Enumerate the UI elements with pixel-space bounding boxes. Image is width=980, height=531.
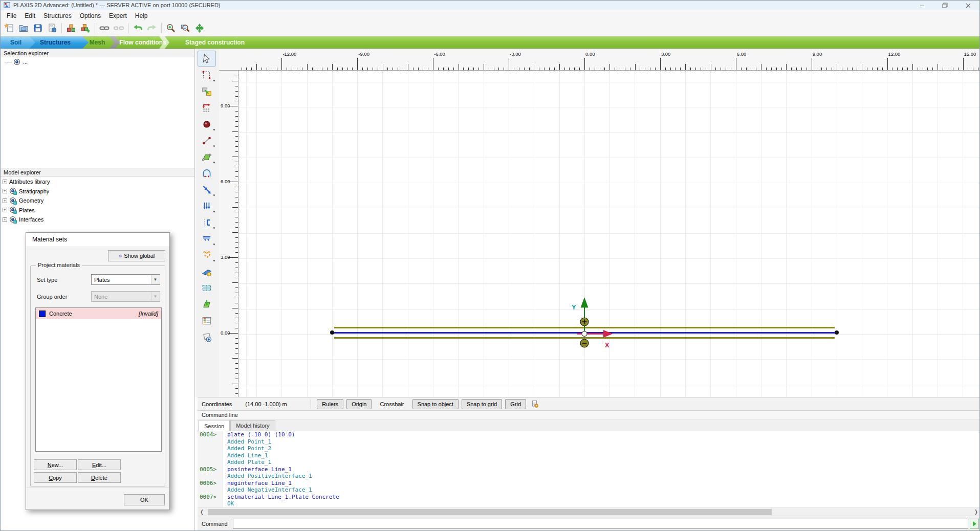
expander-plus-icon[interactable]: +: [3, 198, 7, 203]
edit-button[interactable]: Edit...: [78, 459, 121, 470]
menu-expert[interactable]: Expert: [105, 11, 131, 20]
scrollbar-thumb[interactable]: [208, 509, 772, 515]
point-load-icon[interactable]: ▾: [198, 182, 216, 197]
tree-leader: [5, 62, 12, 62]
dropdown-caret-icon[interactable]: ▾: [213, 128, 215, 131]
dropdown-caret-icon[interactable]: ▾: [213, 259, 215, 262]
toggle-snap-to-object[interactable]: Snap to object: [412, 399, 459, 409]
flow-table-icon[interactable]: [198, 313, 216, 328]
ok-button[interactable]: OK: [124, 494, 165, 505]
show-global-button[interactable]: »Show global: [108, 250, 165, 261]
toggle-rulers[interactable]: Rulers: [317, 399, 343, 409]
dropdown-caret-icon[interactable]: ▾: [213, 242, 215, 246]
toggle-origin[interactable]: Origin: [346, 399, 372, 409]
expander-plus-icon[interactable]: +: [3, 189, 7, 193]
save-project-icon[interactable]: [31, 22, 45, 34]
dropdown-caret-icon[interactable]: ▾: [213, 226, 215, 230]
link-icon[interactable]: [98, 22, 111, 34]
menu-structures[interactable]: Structures: [39, 11, 76, 20]
point-icon[interactable]: ▾: [198, 116, 216, 132]
response-text: Added Line_1: [227, 452, 268, 459]
eye-icon[interactable]: [9, 197, 17, 205]
dropdown-caret-icon[interactable]: ▾: [213, 161, 215, 164]
menu-help[interactable]: Help: [131, 11, 152, 20]
selection-rectangle-icon[interactable]: ▾: [198, 67, 216, 83]
polygon-icon[interactable]: ▾: [198, 149, 216, 165]
material-list[interactable]: Concrete[Invalid]: [35, 307, 162, 452]
tab-structures[interactable]: Structures: [26, 36, 89, 49]
polygon-snap-icon[interactable]: [198, 329, 216, 345]
model-explorer-item-stratigraphy[interactable]: +Stratigraphy: [1, 187, 194, 196]
model-explorer-item-interfaces[interactable]: +Interfaces: [1, 215, 194, 225]
model-explorer-item-plates[interactable]: +Plates: [1, 206, 194, 215]
pack-add-icon[interactable]: [79, 22, 92, 34]
tunnel-icon[interactable]: [198, 165, 216, 181]
material-row-concrete[interactable]: Concrete[Invalid]: [36, 308, 161, 319]
command-tab-session[interactable]: Session: [199, 420, 230, 431]
dropdown-caret-icon[interactable]: ▾: [213, 210, 215, 213]
pan-icon[interactable]: [193, 22, 206, 34]
command-input[interactable]: [233, 519, 968, 529]
tab-staged-construction[interactable]: Staged construction: [179, 36, 251, 49]
run-command-button[interactable]: [970, 519, 979, 529]
restore-icon[interactable]: [933, 1, 956, 10]
delete-button[interactable]: Delete: [78, 472, 121, 483]
set-type-combo[interactable]: Plates ▼: [91, 274, 160, 285]
generate-report-icon[interactable]: [46, 22, 59, 34]
plate-endpoint-right[interactable]: [835, 330, 839, 335]
ruler-tick: [620, 68, 620, 70]
move-object-icon[interactable]: [198, 83, 216, 99]
session-log[interactable]: 0004>plate (-10 0) (10 0)Added Point_1Ad…: [198, 431, 980, 507]
expander-plus-icon[interactable]: +: [3, 180, 7, 184]
select-icon[interactable]: [198, 51, 216, 67]
eye-icon[interactable]: [9, 187, 17, 195]
horizontal-scrollbar[interactable]: ❬ ❭: [198, 507, 980, 516]
dropdown-caret-icon[interactable]: ▾: [213, 144, 215, 148]
toggle-crosshair[interactable]: Crosshair: [375, 399, 409, 409]
plate-endpoint-left[interactable]: [330, 330, 334, 335]
eye-icon[interactable]: [9, 206, 17, 214]
dynamic-load-icon[interactable]: ▾: [198, 247, 216, 263]
toggle-grid[interactable]: Grid: [505, 399, 526, 409]
line-displacement-icon[interactable]: ▾: [198, 231, 216, 247]
dropdown-caret-icon[interactable]: ▾: [213, 79, 215, 82]
scroll-left-icon[interactable]: ❬: [198, 508, 206, 516]
minimize-icon[interactable]: [910, 1, 933, 10]
undo-icon[interactable]: [131, 22, 144, 34]
snap-settings-icon[interactable]: [531, 400, 539, 408]
zoom-in-icon[interactable]: [164, 22, 178, 34]
open-project-icon[interactable]: [17, 22, 30, 34]
eye-icon[interactable]: [9, 216, 17, 224]
menu-options[interactable]: Options: [76, 11, 105, 20]
drawing-canvas[interactable]: Y X: [238, 71, 980, 397]
new-project-icon[interactable]: [3, 22, 16, 34]
command-prompt: 0004>: [200, 431, 216, 438]
line-icon[interactable]: ▾: [198, 132, 216, 148]
array-icon[interactable]: [198, 100, 216, 116]
pack-project-icon[interactable]: [64, 22, 78, 34]
menu-edit[interactable]: Edit: [20, 11, 39, 20]
tab-soil[interactable]: Soil: [1, 36, 35, 49]
zoom-rectangle-icon[interactable]: [179, 22, 192, 34]
prescribed-displacement-icon[interactable]: ▾: [198, 214, 216, 230]
line-load-icon[interactable]: ▾: [198, 198, 216, 214]
model-explorer-item-attributes-library[interactable]: +Attributes library: [1, 177, 194, 187]
selection-explorer-item[interactable]: ...: [1, 57, 194, 67]
command-tab-model-history[interactable]: Model history: [230, 420, 275, 431]
toggle-snap-to-grid[interactable]: Snap to grid: [462, 399, 502, 409]
dropdown-caret-icon[interactable]: ▾: [213, 193, 215, 197]
selection-explorer-body[interactable]: ...: [1, 57, 194, 165]
expander-plus-icon[interactable]: +: [3, 208, 7, 212]
menu-file[interactable]: File: [3, 11, 20, 20]
soil-structure-icon[interactable]: [198, 263, 216, 279]
eye-icon[interactable]: [13, 58, 21, 66]
geogrid-icon[interactable]: [198, 280, 216, 296]
model-explorer-item-geometry[interactable]: +Geometry: [1, 196, 194, 206]
copy-button[interactable]: Copy: [34, 472, 77, 483]
tab-flow-conditions[interactable]: Flow conditions: [117, 36, 168, 49]
expander-plus-icon[interactable]: +: [3, 217, 7, 222]
well-icon[interactable]: [198, 296, 216, 312]
new-button[interactable]: New...: [34, 459, 77, 470]
scroll-right-icon[interactable]: ❭: [972, 508, 980, 516]
close-icon[interactable]: [956, 1, 979, 10]
